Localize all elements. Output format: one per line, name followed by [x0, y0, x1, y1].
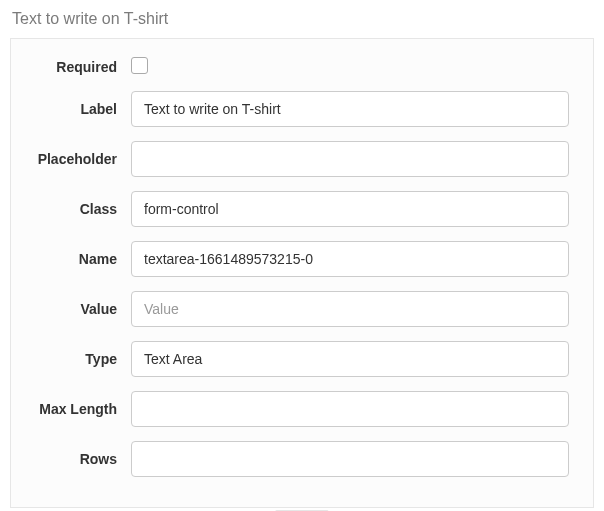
row-maxlength: Max Length — [11, 391, 569, 427]
label-class: Class — [11, 201, 131, 217]
label-name: Name — [11, 251, 131, 267]
row-class: Class — [11, 191, 569, 227]
class-input[interactable] — [131, 191, 569, 227]
field-rows — [131, 441, 569, 477]
row-rows: Rows — [11, 441, 569, 477]
label-input[interactable] — [131, 91, 569, 127]
form-panel: Required Label Placeholder Class — [10, 38, 594, 508]
panel-wrapper: Required Label Placeholder Class — [10, 38, 594, 511]
row-required: Required — [11, 57, 569, 77]
field-required — [131, 57, 569, 77]
value-input[interactable] — [131, 291, 569, 327]
row-value: Value — [11, 291, 569, 327]
maxlength-input[interactable] — [131, 391, 569, 427]
field-class — [131, 191, 569, 227]
label-type: Type — [11, 351, 131, 367]
label-label: Label — [11, 101, 131, 117]
field-name — [131, 241, 569, 277]
row-placeholder: Placeholder — [11, 141, 569, 177]
label-required: Required — [11, 59, 131, 75]
rows-input[interactable] — [131, 441, 569, 477]
field-placeholder — [131, 141, 569, 177]
field-type — [131, 341, 569, 377]
row-type: Type — [11, 341, 569, 377]
label-rows: Rows — [11, 451, 131, 467]
label-value: Value — [11, 301, 131, 317]
row-label: Label — [11, 91, 569, 127]
field-value — [131, 291, 569, 327]
label-maxlength: Max Length — [11, 401, 131, 417]
type-input[interactable] — [131, 341, 569, 377]
placeholder-input[interactable] — [131, 141, 569, 177]
label-placeholder: Placeholder — [11, 151, 131, 167]
row-name: Name — [11, 241, 569, 277]
config-dialog: Text to write on T-shirt Required Label … — [0, 0, 604, 511]
required-checkbox[interactable] — [131, 57, 148, 74]
name-input[interactable] — [131, 241, 569, 277]
field-maxlength — [131, 391, 569, 427]
dialog-title: Text to write on T-shirt — [12, 10, 594, 28]
field-label — [131, 91, 569, 127]
